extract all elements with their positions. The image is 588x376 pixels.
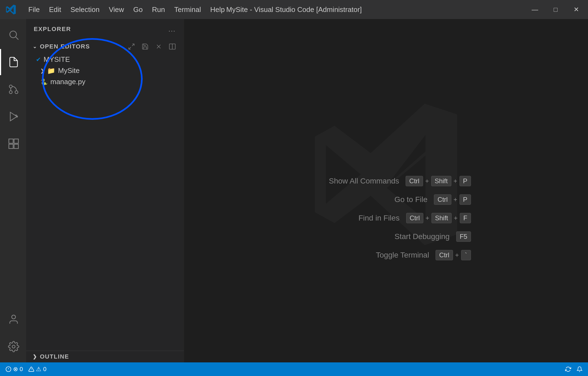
kbd-sep3: + [454, 196, 457, 203]
activity-search[interactable] [0, 22, 26, 48]
vscode-logo-icon [5, 4, 16, 15]
kbd-ctrl2: Ctrl [434, 194, 451, 205]
svg-marker-6 [10, 112, 17, 121]
svg-point-2 [15, 91, 18, 94]
menu-help[interactable]: Help [206, 4, 228, 16]
kbd-shift: Shift [431, 176, 451, 186]
outline-chevron: ❯ [33, 354, 37, 360]
svg-rect-9 [9, 139, 13, 143]
statusbar-warnings[interactable]: ⚠ 0 [28, 366, 46, 373]
sidebar: Explorer … ⌄ Open Editors [26, 19, 184, 362]
activity-bottom [0, 306, 26, 362]
go-to-file-label: Go to File [329, 195, 427, 204]
start-debugging-label: Start Debugging [352, 232, 450, 241]
open-editors-header[interactable]: ⌄ Open Editors [26, 39, 184, 54]
menu-view[interactable]: View [105, 4, 128, 16]
more-options-button[interactable]: … [166, 23, 177, 35]
main-area: Explorer … ⌄ Open Editors [0, 19, 588, 362]
menu-file[interactable]: File [24, 4, 44, 16]
menu-go[interactable]: Go [130, 4, 147, 16]
kbd-f: F [460, 213, 471, 223]
sidebar-actions: … [166, 23, 177, 35]
close-all-editors-button[interactable] [154, 41, 164, 52]
titlebar-left: File Edit Selection View Go Run Terminal… [5, 4, 229, 16]
open-editors-section: ⌄ Open Editors [26, 39, 184, 87]
activity-run[interactable] [0, 103, 26, 130]
manage-py-file[interactable]: 🐍 manage.py [26, 76, 184, 87]
kbd-ctrl4: Ctrl [436, 250, 453, 260]
start-debugging-row: Start Debugging F5 [352, 231, 471, 242]
activity-extensions[interactable] [0, 131, 26, 157]
close-button[interactable]: ✕ [570, 3, 583, 16]
menu-edit[interactable]: Edit [45, 4, 65, 16]
kbd-p: P [460, 176, 471, 186]
activity-settings[interactable] [0, 334, 26, 360]
activity-bar [0, 19, 26, 362]
svg-rect-12 [14, 144, 19, 149]
toggle-terminal-keys: Ctrl + ` [436, 250, 471, 260]
folder-icon: 📁 [47, 67, 55, 75]
menu-run[interactable]: Run [148, 4, 169, 16]
statusbar-left: ⊗ 0 ⚠ 0 [5, 366, 47, 373]
open-editors-label: Open Editors [40, 43, 90, 50]
svg-point-13 [12, 315, 16, 319]
svg-point-4 [9, 91, 12, 94]
activity-account[interactable] [0, 306, 26, 332]
manage-py-label: manage.py [50, 78, 85, 86]
kbd-shift2: Shift [431, 213, 452, 223]
open-editors-chevron: ⌄ [33, 44, 37, 50]
python-file-icon: 🐍 [40, 78, 48, 85]
menu-terminal[interactable]: Terminal [170, 4, 205, 16]
toggle-terminal-row: Toggle Terminal Ctrl + ` [331, 250, 471, 260]
kbd-sep2: + [454, 177, 457, 185]
svg-rect-11 [9, 144, 13, 149]
kbd-backtick: ` [461, 250, 471, 260]
save-all-button[interactable] [140, 41, 150, 52]
go-to-file-keys: Ctrl + P [434, 194, 471, 205]
find-in-files-label: Find in Files [302, 214, 400, 222]
svg-line-16 [129, 47, 131, 49]
svg-line-15 [132, 44, 134, 46]
maximize-button[interactable]: □ [549, 3, 562, 16]
svg-point-8 [16, 116, 18, 118]
mysite-folder[interactable]: ❯ 📁 MySite [26, 65, 184, 76]
outline-header[interactable]: ❯ Outline [26, 351, 184, 362]
sidebar-title: Explorer [34, 26, 71, 33]
error-count: ⊗ 0 [13, 366, 23, 373]
menu-selection[interactable]: Selection [67, 4, 103, 16]
outline-section: ❯ Outline [26, 351, 184, 362]
find-in-files-row: Find in Files Ctrl + Shift + F [302, 213, 471, 223]
kbd-sep4: + [425, 214, 429, 222]
split-editor-button[interactable] [167, 41, 177, 52]
statusbar-sync[interactable] [565, 366, 571, 372]
kbd-f5: F5 [456, 231, 471, 242]
check-icon: ✔ [36, 56, 41, 63]
folder-chevron: ❯ [40, 68, 44, 74]
open-editors-actions [126, 41, 177, 52]
minimize-button[interactable]: ― [529, 3, 541, 16]
start-debugging-keys: F5 [456, 231, 471, 242]
statusbar-bell[interactable] [577, 366, 583, 372]
welcome-commands: Show All Commands Ctrl + Shift + P Go to… [301, 176, 471, 260]
toggle-terminal-label: Toggle Terminal [331, 251, 429, 259]
show-all-commands-keys: Ctrl + Shift + P [406, 176, 471, 186]
go-to-file-row: Go to File Ctrl + P [329, 194, 471, 205]
activity-explorer[interactable] [0, 49, 26, 75]
statusbar-errors[interactable]: ⊗ 0 [5, 366, 23, 373]
find-in-files-keys: Ctrl + Shift + F [406, 213, 471, 223]
mysite-folder-label: MySite [58, 66, 79, 75]
mysite-group[interactable]: ✔ MYSITE [26, 54, 184, 65]
kbd-sep6: + [455, 251, 459, 259]
outline-label: Outline [40, 353, 69, 360]
kbd-ctrl: Ctrl [406, 176, 423, 186]
svg-point-14 [12, 345, 15, 348]
svg-point-0 [10, 31, 17, 38]
window-title: MySite - Visual Studio Code [Administrat… [226, 5, 362, 14]
activity-source-control[interactable] [0, 76, 26, 102]
sidebar-header: Explorer … [26, 19, 184, 39]
statusbar: ⊗ 0 ⚠ 0 [0, 362, 588, 376]
warning-count: ⚠ 0 [36, 366, 46, 373]
collapse-all-button[interactable] [126, 41, 137, 52]
show-all-commands-row: Show All Commands Ctrl + Shift + P [301, 176, 471, 186]
svg-line-1 [16, 37, 19, 40]
